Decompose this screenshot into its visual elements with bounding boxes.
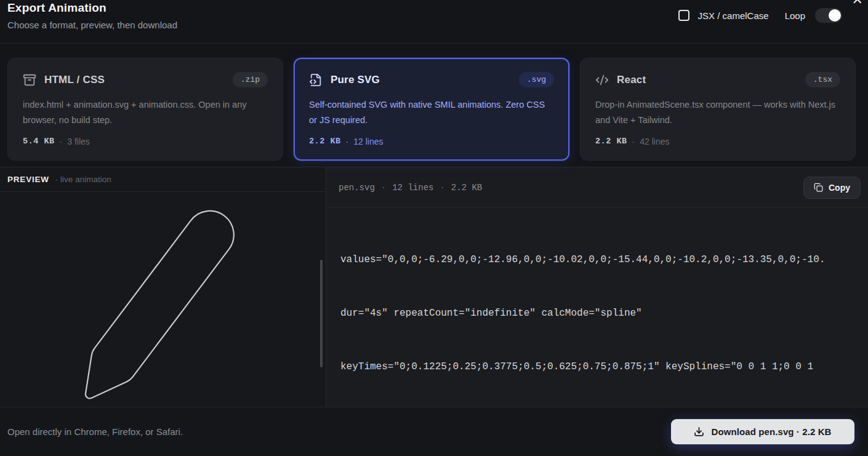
close-icon[interactable]: ✕: [852, 0, 863, 7]
loop-label: Loop: [785, 10, 805, 21]
jsx-camelcase-label: JSX / camelCase: [698, 10, 769, 21]
animation-preview: [0, 192, 326, 407]
archive-icon: [23, 73, 36, 87]
code-icon: [595, 73, 609, 87]
format-card-html-css[interactable]: HTML / CSS .zip index.html + animation.s…: [7, 58, 283, 161]
card-title: React: [617, 74, 646, 86]
scrollbar-thumb[interactable]: [320, 260, 323, 367]
code-pane: pen.svg · 12 lines · 2.2 KB Copy values=…: [326, 167, 868, 407]
format-card-react[interactable]: React .tsx Drop-in AnimatedScene.tsx com…: [580, 58, 856, 161]
card-size: 2.2 KB: [595, 137, 627, 146]
code-viewer[interactable]: values="0,0,0;-6.29,0,0;-12.96,0,0;-10.0…: [326, 208, 868, 407]
card-description: Drop-in AnimatedScene.tsx component — wo…: [595, 97, 840, 128]
card-description: index.html + animation.svg + animation.c…: [23, 97, 268, 128]
format-card-pure-svg[interactable]: Pure SVG .svg Self-contained SVG with na…: [294, 58, 569, 161]
copy-button[interactable]: Copy: [803, 177, 861, 199]
footer-hint: Open directly in Chrome, Firefox, or Saf…: [7, 426, 183, 437]
card-meta-text: 42 lines: [640, 137, 669, 146]
file-extension-badge: .svg: [519, 72, 554, 87]
dot-separator: ·: [60, 137, 63, 146]
dot-separator: ·: [632, 137, 635, 146]
copy-button-label: Copy: [829, 183, 850, 193]
dot-separator: ·: [440, 183, 444, 193]
code-line: dur="4s" repeatCount="indefinite" calcMo…: [340, 305, 868, 322]
file-code-icon: [309, 73, 323, 87]
file-extension-badge: .zip: [233, 72, 268, 87]
code-file-size: 2.2 KB: [451, 183, 482, 193]
card-size: 5.4 KB: [23, 137, 55, 146]
file-extension-badge: .tsx: [805, 72, 840, 87]
dot-separator: ·: [381, 183, 386, 193]
code-line-count: 12 lines: [392, 183, 433, 193]
toggle-knob: [829, 9, 841, 22]
code-line: values="0,0,0;-6.29,0,0;-12.96,0,0;-10.0…: [340, 251, 868, 269]
download-button[interactable]: Download pen.svg · 2.2 KB: [671, 419, 854, 444]
page-subtitle: Choose a format, preview, then download: [7, 20, 177, 30]
preview-sublabel: · live animation: [55, 175, 111, 184]
copy-icon: [814, 183, 823, 192]
card-title: Pure SVG: [331, 74, 380, 86]
dialog-header: Export Animation Choose a format, previe…: [0, 0, 868, 44]
pen-animation-graphic: [44, 189, 273, 407]
preview-pane: PREVIEW · live animation: [0, 167, 326, 407]
card-size: 2.2 KB: [309, 137, 341, 146]
card-meta-text: 3 files: [67, 137, 90, 146]
card-meta-text: 12 lines: [353, 137, 383, 146]
card-title: HTML / CSS: [44, 74, 105, 86]
preview-label: PREVIEW: [7, 175, 49, 184]
jsx-camelcase-checkbox[interactable]: [678, 10, 689, 21]
dot-separator: ·: [346, 137, 349, 146]
loop-toggle[interactable]: [815, 8, 842, 23]
code-line: keyTimes="0;0.1225;0.25;0.3775;0.5;0.625…: [340, 358, 868, 376]
page-title: Export Animation: [7, 1, 177, 15]
dialog-footer: Open directly in Chrome, Firefox, or Saf…: [0, 407, 868, 455]
code-filename: pen.svg: [339, 183, 375, 193]
download-icon: [694, 426, 704, 437]
format-cards: HTML / CSS .zip index.html + animation.s…: [7, 58, 856, 156]
download-button-label: Download pen.svg · 2.2 KB: [711, 426, 831, 437]
card-description: Self-contained SVG with native SMIL anim…: [309, 97, 554, 128]
